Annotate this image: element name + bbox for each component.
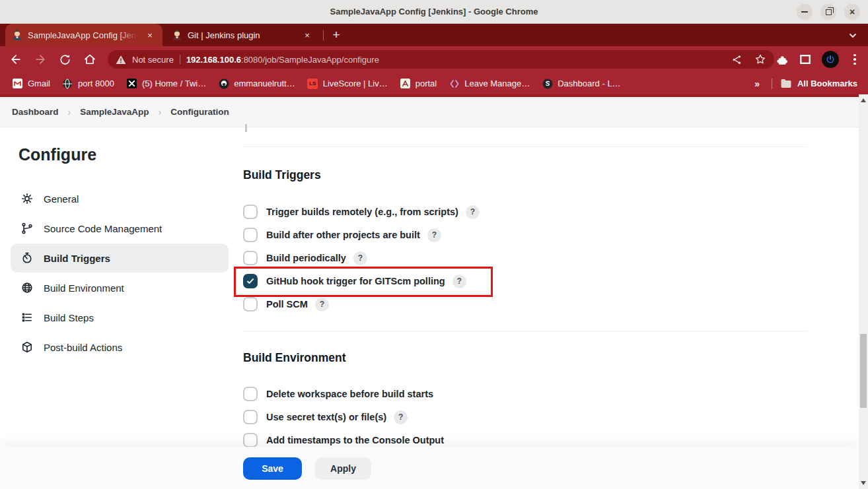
folder-icon (780, 79, 792, 88)
sidebar-item-build-triggers[interactable]: Build Triggers (11, 244, 229, 273)
bookmarks-overflow-chevron[interactable]: » (750, 79, 764, 89)
breadcrumb-samplejavaapp[interactable]: SampleJavaApp (80, 107, 149, 117)
portal-icon (400, 78, 411, 89)
sidebar-item-label: General (44, 193, 79, 205)
checkbox-build-periodically[interactable] (243, 251, 258, 265)
option-label[interactable]: Use secret text(s) or file(s) (266, 412, 386, 422)
save-button[interactable]: Save (243, 457, 302, 480)
bookmark-dashboard[interactable]: Dashboard - L… (538, 76, 624, 91)
sidebar-item-label: Source Code Management (44, 223, 162, 234)
vertical-scrollbar[interactable] (859, 94, 868, 489)
bookmark-label: portal (416, 79, 437, 88)
tab-close-icon[interactable]: × (144, 29, 156, 41)
sidebar-item-general[interactable]: General (11, 184, 229, 213)
restore-button[interactable] (820, 4, 836, 20)
checkbox-delete-workspace[interactable] (243, 387, 258, 401)
option-label[interactable]: Build after other projects are built (266, 230, 420, 240)
tab-close-icon[interactable]: × (301, 29, 313, 41)
tab-git-jenkins-plugin[interactable]: Git | Jenkins plugin × (165, 24, 320, 46)
bookmarks-bar: Gmail port 8000 (5) Home / Twi… emmanuel… (0, 73, 868, 94)
option-row-add-timestamps: Add timestamps to the Console Output (243, 432, 444, 448)
sidebar-item-label: Build Triggers (44, 253, 110, 264)
option-label[interactable]: Delete workspace before build starts (266, 389, 433, 399)
bookmark-github[interactable]: emmanuelrutt… (214, 76, 299, 91)
bookmark-livescore[interactable]: LS LiveScore | Liv… (303, 76, 392, 91)
back-button[interactable] (8, 51, 24, 67)
url-path: :8080/job/SampleJavaApp/configure (241, 55, 379, 65)
option-label[interactable]: Trigger builds remotely (e.g., from scri… (266, 207, 458, 217)
sidebar-item-post-build-actions[interactable]: Post-build Actions (11, 333, 229, 362)
list-icon (20, 310, 34, 325)
extensions-puzzle-icon[interactable] (776, 53, 789, 66)
scrollbar-thumb[interactable] (860, 334, 867, 408)
page-title: Configure (18, 145, 96, 164)
all-bookmarks-button[interactable]: All Bookmarks (780, 79, 860, 88)
bookmark-portal[interactable]: portal (396, 76, 441, 91)
help-button[interactable]: ? (466, 205, 480, 219)
bookmark-twitter-home[interactable]: (5) Home / Twi… (122, 76, 210, 91)
livescore-icon: LS (307, 78, 318, 89)
github-icon (218, 78, 229, 89)
close-button[interactable]: × (844, 4, 860, 20)
share-icon[interactable] (731, 54, 742, 65)
bookmark-gmail[interactable]: Gmail (8, 76, 54, 91)
option-label[interactable]: Build periodically (266, 253, 346, 263)
annotation-highlight-box (234, 267, 493, 297)
tab-title: Git | Jenkins plugin (188, 30, 260, 40)
browser-menu-button[interactable] (850, 54, 860, 65)
url-host: 192.168.100.6 (186, 55, 241, 65)
sidebar-item-build-steps[interactable]: Build Steps (11, 303, 229, 332)
section-divider (243, 331, 807, 331)
new-tab-button[interactable]: + (328, 26, 345, 44)
bookmark-label: Dashboard - L… (558, 79, 620, 88)
help-button[interactable]: ? (353, 251, 367, 265)
help-button[interactable]: ? (315, 298, 329, 311)
url-divider (180, 55, 180, 64)
bookmarks-separator (772, 79, 772, 89)
bookmark-label: Gmail (28, 79, 50, 88)
checkbox-add-timestamps[interactable] (243, 433, 258, 447)
home-button[interactable] (82, 51, 98, 67)
bookmark-leave-management[interactable]: Leave Manage… (445, 76, 534, 91)
scroll-up-arrow-icon[interactable] (861, 98, 866, 102)
reload-button[interactable] (57, 51, 73, 67)
bookmark-port-8000[interactable]: port 8000 (58, 76, 118, 91)
checkbox-use-secret[interactable] (243, 410, 258, 424)
option-row-build-periodically: Build periodically ? (243, 250, 480, 266)
tab-samplejavaapp-config[interactable]: SampleJavaApp Config [Jenkins] × (5, 24, 163, 46)
option-row-use-secret: Use secret text(s) or file(s) ? (243, 409, 444, 425)
close-icon: × (850, 7, 855, 17)
apply-button[interactable]: Apply (315, 457, 371, 480)
minimize-button[interactable] (797, 4, 813, 20)
bookmark-star-icon[interactable] (754, 53, 766, 65)
sidebar-item-label: Build Steps (44, 312, 94, 323)
url-bar[interactable]: Not secure 192.168.100.6 :8080/job/Sampl… (108, 50, 774, 69)
breadcrumb-configuration[interactable]: Configuration (170, 107, 229, 117)
window-controls: × (797, 4, 860, 20)
all-bookmarks-label: All Bookmarks (797, 79, 857, 88)
option-label[interactable]: Poll SCM (266, 299, 308, 310)
checkbox-trigger-remotely[interactable] (243, 205, 258, 219)
profile-avatar[interactable] (822, 51, 839, 68)
option-label[interactable]: Add timestamps to the Console Output (266, 435, 444, 445)
action-bar: Save Apply (0, 447, 859, 489)
x-twitter-icon (126, 78, 137, 89)
side-panel-icon[interactable] (799, 53, 811, 65)
sidebar-item-source-code-management[interactable]: Source Code Management (11, 214, 229, 243)
code-brackets-icon (449, 78, 460, 89)
restore-icon (826, 9, 832, 15)
help-button[interactable]: ? (427, 228, 441, 242)
forward-button[interactable] (32, 51, 48, 67)
breadcrumb-dashboard[interactable]: Dashboard (12, 107, 59, 117)
help-button[interactable]: ? (394, 410, 408, 424)
sidebar-item-build-environment[interactable]: Build Environment (11, 273, 229, 302)
option-row-poll-scm: Poll SCM ? (243, 296, 480, 312)
checkbox-build-after-projects[interactable] (243, 228, 258, 242)
checkbox-poll-scm[interactable] (243, 297, 258, 311)
gmail-icon (12, 78, 23, 89)
jenkins-page: Dashboard › SampleJavaApp › Configuratio… (0, 94, 868, 489)
not-secure-warning-icon (116, 55, 126, 65)
scroll-down-arrow-icon[interactable] (861, 481, 866, 485)
tab-search-chevron-icon[interactable] (847, 30, 859, 42)
breadcrumb-chevron-icon: › (158, 107, 161, 117)
